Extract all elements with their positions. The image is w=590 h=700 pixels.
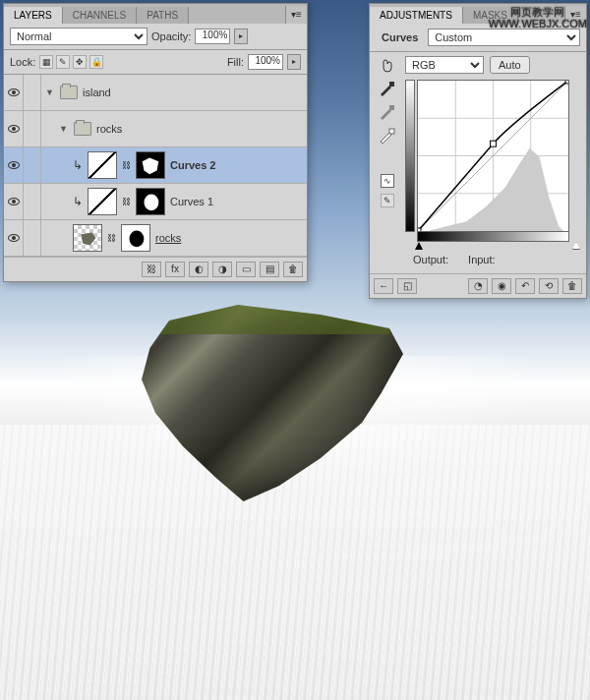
link-icon[interactable]: ⛓ bbox=[107, 233, 116, 243]
twirl-down-icon[interactable]: ▼ bbox=[59, 124, 69, 134]
opacity-input[interactable]: 100% bbox=[195, 29, 230, 44]
fill-flyout[interactable]: ▸ bbox=[287, 54, 301, 70]
lock-fill-row: Lock: ▦ ✎ ✥ 🔒 Fill: 100% ▸ bbox=[4, 50, 307, 74]
clip-indicator-icon: ↳ bbox=[73, 158, 83, 172]
add-mask-icon[interactable]: ◐ bbox=[189, 262, 208, 277]
visibility-icon[interactable] bbox=[8, 161, 20, 169]
black-point-eyedropper-icon[interactable] bbox=[378, 80, 397, 97]
curves-tools: ∿ ✎ bbox=[374, 56, 401, 269]
layer-name: island bbox=[83, 87, 111, 98]
link-layers-icon[interactable]: ⛓ bbox=[142, 262, 161, 277]
svg-rect-15 bbox=[565, 81, 568, 84]
layer-mask-thumbnail[interactable] bbox=[121, 224, 150, 252]
layer-mask-thumbnail[interactable] bbox=[136, 188, 165, 215]
white-slider[interactable] bbox=[572, 242, 580, 250]
panel-menu-button[interactable]: ▾≡ bbox=[285, 6, 307, 24]
output-input-row: Output: Input: bbox=[405, 250, 578, 269]
layer-group-island[interactable]: ▼ island bbox=[4, 75, 307, 111]
on-image-adjust-icon[interactable] bbox=[380, 58, 395, 74]
visibility-icon[interactable] bbox=[8, 234, 20, 242]
svg-point-0 bbox=[145, 195, 159, 211]
clip-indicator-icon: ↳ bbox=[73, 195, 83, 208]
clip-to-layer-icon[interactable]: ◔ bbox=[468, 278, 488, 294]
watermark-line2: WWW.WEBJX.COM bbox=[489, 18, 587, 29]
svg-rect-5 bbox=[389, 129, 394, 134]
curve-graph-wrap bbox=[417, 80, 578, 250]
curve-graph[interactable] bbox=[417, 80, 569, 232]
delete-adjustment-icon[interactable]: 🗑 bbox=[562, 278, 582, 294]
opacity-flyout[interactable]: ▸ bbox=[234, 29, 248, 44]
gray-point-eyedropper-icon[interactable] bbox=[378, 103, 397, 121]
tab-adjustments[interactable]: ADJUSTMENTS bbox=[370, 7, 463, 24]
tab-paths[interactable]: PATHS bbox=[137, 7, 189, 24]
visibility-icon[interactable] bbox=[8, 88, 20, 96]
layer-name: Curves 2 bbox=[170, 159, 215, 171]
fx-icon[interactable]: fx bbox=[165, 262, 185, 277]
layers-tabbar: LAYERS CHANNELS PATHS ▾≡ bbox=[4, 4, 307, 24]
lock-icons: ▦ ✎ ✥ 🔒 bbox=[39, 55, 103, 69]
lock-pixels-icon[interactable]: ✎ bbox=[56, 55, 70, 69]
toggle-visibility-icon[interactable]: ◉ bbox=[492, 278, 511, 294]
layer-thumbnail bbox=[73, 224, 102, 252]
layer-mask-thumbnail[interactable] bbox=[136, 151, 165, 179]
expand-view-icon[interactable]: ◱ bbox=[397, 278, 417, 294]
channel-select[interactable]: RGB bbox=[405, 56, 484, 74]
adjustments-footer: ← ◱ ◔ ◉ ↶ ⟲ 🗑 bbox=[370, 273, 586, 298]
return-to-list-icon[interactable]: ← bbox=[374, 278, 393, 294]
pencil-mode-icon[interactable]: ✎ bbox=[381, 194, 394, 207]
layer-name: rocks bbox=[96, 123, 122, 135]
input-label: Input: bbox=[468, 254, 496, 265]
new-group-icon[interactable]: ▭ bbox=[236, 262, 256, 277]
fill-label: Fill: bbox=[227, 56, 244, 68]
twirl-down-icon[interactable]: ▼ bbox=[45, 88, 55, 97]
curve-area: RGB Auto bbox=[401, 56, 582, 269]
curves-title: Curves bbox=[376, 28, 424, 47]
layer-curves-1[interactable]: ↳ ⛓ Curves 1 bbox=[4, 184, 307, 220]
curve-edit-mode-icon[interactable]: ∿ bbox=[381, 174, 394, 188]
watermark: 网页教学网 WWW.WEBJX.COM bbox=[489, 6, 587, 29]
visibility-icon[interactable] bbox=[8, 198, 20, 205]
opacity-label: Opacity: bbox=[151, 30, 191, 42]
svg-point-2 bbox=[130, 231, 145, 248]
blend-mode-select[interactable]: Normal bbox=[10, 28, 148, 45]
curves-thumbnail bbox=[88, 188, 117, 215]
output-gradient bbox=[405, 80, 415, 232]
link-icon[interactable]: ⛓ bbox=[122, 197, 131, 206]
layer-rocks[interactable]: ⛓ rocks bbox=[4, 220, 307, 257]
lock-all-icon[interactable]: 🔒 bbox=[89, 55, 103, 69]
layer-name: Curves 1 bbox=[170, 196, 213, 207]
svg-rect-4 bbox=[389, 105, 394, 110]
lock-transparency-icon[interactable]: ▦ bbox=[39, 55, 53, 69]
curves-thumbnail bbox=[88, 151, 117, 179]
svg-rect-13 bbox=[418, 228, 421, 231]
layer-curves-2[interactable]: ↳ ⛓ Curves 2 bbox=[4, 147, 307, 184]
previous-state-icon[interactable]: ↶ bbox=[515, 278, 535, 294]
layers-footer: ⛓ fx ◐ ◑ ▭ ▤ 🗑 bbox=[4, 257, 307, 281]
tab-layers[interactable]: LAYERS bbox=[4, 7, 63, 24]
folder-icon bbox=[74, 122, 91, 136]
reset-icon[interactable]: ⟲ bbox=[539, 278, 559, 294]
visibility-icon[interactable] bbox=[8, 125, 20, 133]
tab-channels[interactable]: CHANNELS bbox=[63, 7, 137, 24]
lock-label: Lock: bbox=[10, 56, 35, 68]
folder-icon bbox=[60, 86, 78, 99]
white-point-eyedropper-icon[interactable] bbox=[378, 127, 397, 145]
blend-opacity-row: Normal Opacity: 100% ▸ bbox=[4, 24, 307, 49]
layer-group-rocks[interactable]: ▼ rocks bbox=[4, 111, 307, 147]
auto-button[interactable]: Auto bbox=[490, 56, 530, 74]
link-icon[interactable]: ⛓ bbox=[122, 160, 131, 170]
layer-list: ▼ island ▼ rocks ↳ ⛓ Curves 2 bbox=[4, 75, 307, 257]
preset-select[interactable]: Custom bbox=[428, 29, 580, 46]
layers-panel: LAYERS CHANNELS PATHS ▾≡ Normal Opacity:… bbox=[3, 3, 308, 282]
svg-rect-14 bbox=[491, 141, 497, 146]
svg-rect-3 bbox=[389, 82, 394, 87]
input-sliders[interactable] bbox=[417, 242, 578, 250]
delete-layer-icon[interactable]: 🗑 bbox=[283, 262, 303, 277]
lock-position-icon[interactable]: ✥ bbox=[73, 55, 87, 69]
adjustments-panel: ADJUSTMENTS MASKS ▾≡ Curves Custom ∿ ✎ R… bbox=[369, 3, 587, 299]
layer-name: rocks bbox=[155, 232, 181, 244]
fill-input[interactable]: 100% bbox=[248, 54, 283, 70]
new-layer-icon[interactable]: ▤ bbox=[260, 262, 279, 277]
black-slider[interactable] bbox=[415, 242, 423, 250]
new-adjustment-icon[interactable]: ◑ bbox=[212, 262, 232, 277]
